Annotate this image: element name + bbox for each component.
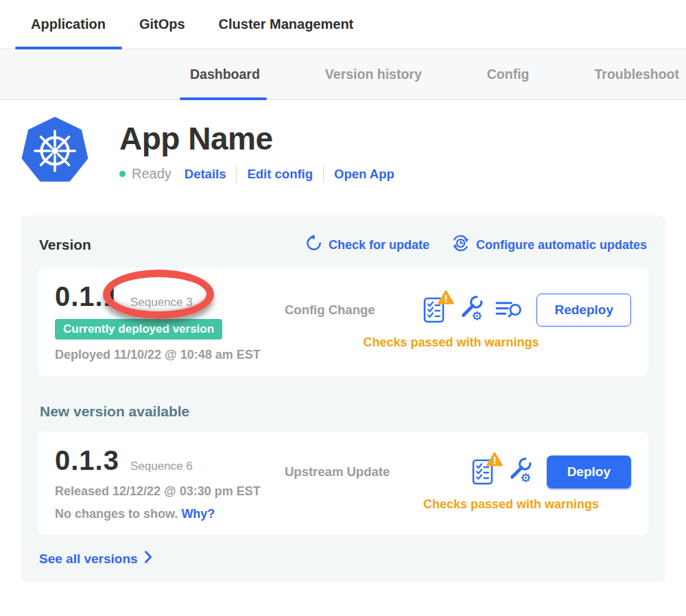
status-text: Ready [132, 166, 172, 182]
tab-dashboard[interactable]: Dashboard [190, 49, 260, 99]
checks-status: Checks passed with warnings [271, 335, 631, 350]
new-version-icons [472, 458, 533, 486]
version-actions: Check for update Configure automat [305, 234, 647, 256]
tab-troubleshoot[interactable]: Troubleshoot [594, 49, 679, 99]
current-version-actions: Config Change [271, 281, 631, 362]
sub-nav: Dashboard Version history Config Trouble… [0, 49, 686, 100]
tab-cluster-management[interactable]: Cluster Management [219, 0, 354, 49]
configure-auto-updates-label: Configure automatic updates [476, 238, 647, 252]
app-window: Application GitOps Cluster Management Da… [0, 0, 686, 616]
divider [236, 166, 237, 182]
page-title: App Name [119, 120, 394, 157]
tab-config[interactable]: Config [487, 49, 530, 99]
released-timestamp: Released 12/12/22 @ 03:30 pm EST [55, 484, 271, 499]
divider [323, 166, 324, 182]
configure-auto-updates-link[interactable]: Configure automatic updates [451, 234, 647, 256]
change-type-label: Upstream Update [285, 464, 390, 479]
check-for-update-label: Check for update [329, 238, 429, 252]
current-version-card: 0.1.1 Sequence 3 Currently deployed vers… [38, 268, 648, 376]
status-dot-icon [119, 171, 126, 177]
see-all-versions-link[interactable]: See all versions [39, 550, 152, 567]
tab-gitops[interactable]: GitOps [139, 0, 185, 49]
deploy-button[interactable]: Deploy [547, 455, 631, 488]
version-section: Version Check for update [21, 215, 665, 582]
edit-config-link[interactable]: Edit config [247, 167, 313, 182]
new-version-number: 0.1.3 [55, 445, 119, 476]
see-all-versions-label: See all versions [39, 552, 138, 567]
version-section-header: Version Check for update [38, 234, 648, 256]
top-nav: Application GitOps Cluster Management [0, 0, 686, 49]
chevron-right-icon [144, 550, 152, 567]
kubernetes-logo-icon [21, 117, 89, 185]
warning-triangle-icon [486, 452, 503, 469]
deployed-timestamp: Deployed 11/10/22 @ 10:48 am EST [55, 348, 271, 362]
refresh-icon [305, 235, 322, 255]
redeploy-button[interactable]: Redeploy [536, 294, 631, 327]
config-wrench-icon[interactable] [506, 458, 533, 486]
open-app-link[interactable]: Open App [334, 167, 394, 182]
version-title: Version [39, 237, 91, 253]
change-type-label: Config Change [285, 303, 375, 318]
check-for-update-link[interactable]: Check for update [305, 235, 429, 255]
tab-version-history[interactable]: Version history [325, 49, 422, 99]
preflight-checklist-icon[interactable] [423, 296, 447, 324]
new-version-sequence: Sequence 6 [130, 460, 193, 473]
current-version-sequence: Sequence 3 [130, 296, 193, 309]
tab-application[interactable]: Application [31, 0, 106, 49]
new-version-heading: New version available [40, 403, 648, 420]
warning-triangle-icon [438, 290, 454, 307]
preflight-checklist-icon[interactable] [472, 458, 495, 486]
details-link[interactable]: Details [185, 167, 226, 182]
config-wrench-icon[interactable] [457, 296, 484, 324]
app-meta: App Name Ready Details Edit config Open … [119, 120, 394, 182]
new-version-card: 0.1.3 Sequence 6 Released 12/12/22 @ 03:… [38, 431, 648, 535]
checks-status: Checks passed with warnings [271, 497, 631, 512]
app-header: App Name Ready Details Edit config Open … [0, 100, 686, 185]
no-changes-text: No changes to show. [55, 507, 178, 521]
status-row: Ready Details Edit config Open App [119, 166, 394, 182]
current-version-icons [423, 296, 523, 324]
current-version-info: 0.1.1 Sequence 3 Currently deployed vers… [55, 281, 271, 362]
why-link[interactable]: Why? [181, 507, 215, 521]
changes-note: No changes to show. Why? [55, 507, 271, 521]
currently-deployed-badge: Currently deployed version [55, 319, 222, 340]
current-version-number: 0.1.1 [55, 281, 119, 312]
auto-update-clock-icon [451, 234, 470, 256]
view-diff-icon[interactable] [495, 298, 523, 323]
new-version-actions: Upstream Update [271, 445, 631, 521]
new-version-info: 0.1.3 Sequence 6 Released 12/12/22 @ 03:… [55, 445, 271, 521]
